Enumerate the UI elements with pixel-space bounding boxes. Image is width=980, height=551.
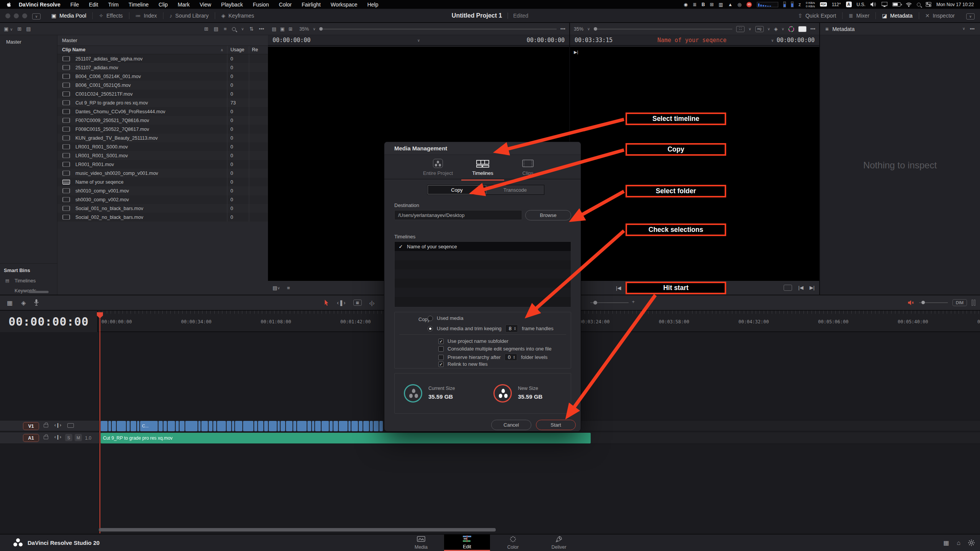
timeline-view-options-icon[interactable]: ▦ bbox=[7, 299, 13, 306]
clip-list-row[interactable]: F007C0009_250521_7Q8616.mov0 bbox=[57, 116, 268, 125]
a1-gain-value[interactable]: 1.0 bbox=[85, 435, 91, 441]
audio-mute-icon[interactable] bbox=[908, 300, 915, 305]
match-frame-icon[interactable]: |◀ bbox=[798, 285, 803, 291]
resolution-indicator-icon[interactable] bbox=[784, 285, 792, 291]
filmstrip-view-icon[interactable]: ▤ bbox=[214, 26, 218, 32]
clip-list-row[interactable]: F008C0015_250522_7Q8617.mov0 bbox=[57, 125, 268, 134]
window-status-icon[interactable]: ⊞ bbox=[710, 2, 714, 7]
clapper-dropdown-icon[interactable]: ∨ bbox=[277, 286, 280, 290]
toolbar-button-quick-export[interactable]: ⇧Quick Export bbox=[792, 9, 842, 22]
selection-mode-icon[interactable] bbox=[324, 299, 329, 306]
folder-levels-stepper[interactable]: 0▲▼ bbox=[505, 354, 517, 361]
menubar-item-color[interactable]: Color bbox=[279, 2, 291, 8]
a1-solo-button[interactable]: S bbox=[65, 434, 72, 441]
video-clip-segment[interactable] bbox=[278, 421, 280, 431]
home-icon[interactable]: ⌂ bbox=[957, 540, 960, 546]
clip-list-row[interactable]: B004_C006_05214K_001.mov0 bbox=[57, 72, 268, 81]
checkbox-unchecked[interactable] bbox=[438, 355, 444, 360]
dialog-tab-clips[interactable]: Clips bbox=[505, 158, 551, 176]
clip-list-row[interactable]: Social_002_no_black_bars.mov0 bbox=[57, 213, 268, 222]
menubar-item-edit[interactable]: Edit bbox=[89, 2, 98, 8]
video-clip-segment[interactable] bbox=[108, 421, 111, 431]
timelines-list[interactable]: ✓Name of your seqence bbox=[394, 241, 571, 307]
radio-selected[interactable] bbox=[428, 326, 433, 331]
menubar-item-clip[interactable]: Clip bbox=[158, 2, 168, 8]
video-clip-segment[interactable] bbox=[339, 421, 348, 431]
video-clip-segment[interactable] bbox=[293, 421, 296, 431]
video-clip-segment[interactable] bbox=[254, 421, 257, 431]
video-clip-segment[interactable] bbox=[176, 421, 179, 431]
video-clip-segment[interactable] bbox=[217, 421, 226, 431]
video-clip-segment[interactable] bbox=[286, 421, 292, 431]
toolbar-button-index[interactable]: ≔Index bbox=[129, 9, 163, 22]
clip-list-row[interactable]: Social_001_no_black_bars.mov0 bbox=[57, 204, 268, 213]
clip-list-row[interactable]: LR001_R001_S000.mov0 bbox=[57, 142, 268, 151]
checkbox-unchecked[interactable] bbox=[438, 346, 444, 352]
zoom-dropdown-icon[interactable]: ∨ bbox=[587, 27, 590, 31]
source-zoom-level[interactable]: 35% bbox=[299, 26, 309, 32]
add-bin-icon[interactable]: ⊞ bbox=[17, 26, 21, 32]
toolbar-button-media-pool[interactable]: ▣Media Pool bbox=[45, 9, 92, 22]
dim-button[interactable]: DIM bbox=[952, 299, 967, 306]
clip-list-row[interactable]: Name of your seqence0 bbox=[57, 178, 268, 186]
dialog-tab-timelines[interactable]: Timelines bbox=[460, 158, 506, 176]
video-clip-segment[interactable] bbox=[158, 421, 163, 431]
fit-view-icon[interactable]: ⛶ bbox=[736, 26, 745, 32]
radio-row-1[interactable]: Used media bbox=[428, 315, 463, 321]
clip-list-row[interactable]: 251107_adidas.mov0 bbox=[57, 63, 268, 72]
project-manager-icon[interactable]: ▦ bbox=[943, 539, 949, 546]
menubar-item-timeline[interactable]: Timeline bbox=[129, 2, 149, 8]
clip-list-row[interactable]: 251107_adidas_title_alpha.mov0 bbox=[57, 54, 268, 63]
apple-menu-icon[interactable] bbox=[6, 2, 12, 7]
thumbnail-view-icon[interactable]: ⊞ bbox=[204, 26, 208, 32]
timeline-zoom-slider[interactable]: + bbox=[590, 302, 629, 303]
monitor-volume-slider[interactable] bbox=[919, 302, 948, 303]
toolbar-button-sound-library[interactable]: ♪Sound Library bbox=[163, 9, 215, 22]
browse-button[interactable]: Browse bbox=[525, 210, 571, 220]
control-center-icon[interactable] bbox=[926, 2, 931, 7]
clapper-icon[interactable]: ▤ bbox=[273, 285, 277, 291]
clip-list-row[interactable]: LR001_R001.mov0 bbox=[57, 160, 268, 169]
clip-list-row[interactable]: sh0010_comp_v001.mov0 bbox=[57, 186, 268, 195]
zoom-dropdown-icon[interactable]: ∨ bbox=[313, 27, 315, 31]
clip-list-row[interactable]: C001C024_250521TF.mov0 bbox=[57, 90, 268, 98]
menubar-item-workspace[interactable]: Workspace bbox=[331, 2, 358, 8]
timeline-video-area[interactable]: ▶| bbox=[570, 47, 819, 281]
video-clip-segment[interactable] bbox=[227, 421, 231, 431]
timeline-viewer-more-icon[interactable]: ••• bbox=[810, 26, 815, 32]
search-icon[interactable] bbox=[917, 3, 921, 7]
v1-track-header[interactable]: V1 ‹❙› bbox=[0, 421, 100, 431]
video-clip-segment[interactable] bbox=[127, 421, 130, 431]
audio-meters-icon[interactable] bbox=[972, 300, 975, 306]
dialog-timeline-row[interactable]: ✓Name of your seqence bbox=[395, 242, 571, 251]
media-pool-more-icon[interactable]: ••• bbox=[259, 26, 264, 32]
video-clip-segment[interactable] bbox=[264, 421, 268, 431]
video-clip-segment[interactable] bbox=[112, 421, 116, 431]
ssd-gauge-icon[interactable] bbox=[791, 2, 794, 7]
column-usage[interactable]: Usage bbox=[230, 47, 244, 52]
stack-status-icon[interactable]: ≣ bbox=[693, 2, 697, 7]
toolbar-button-metadata[interactable]: ◪Metadata bbox=[876, 9, 919, 22]
media-pool-hscrollbar[interactable] bbox=[29, 291, 49, 293]
menubar-item-fusion[interactable]: Fusion bbox=[253, 2, 269, 8]
dialog-tab-entire-project[interactable]: Entire Project bbox=[415, 158, 461, 176]
fit-dropdown-icon[interactable]: ∨ bbox=[748, 27, 751, 31]
video-clip-segment[interactable] bbox=[351, 421, 358, 431]
video-clip-segment[interactable] bbox=[131, 421, 136, 431]
menu-clock[interactable]: Mon Nov 17 10:22 bbox=[936, 2, 974, 7]
import-media-icon[interactable]: ▤ bbox=[26, 26, 31, 32]
timeline-zoom-level[interactable]: 35% bbox=[574, 26, 583, 32]
search-options-icon[interactable]: ∨ bbox=[241, 27, 244, 31]
metadata-preset-dropdown-icon[interactable]: ∨ bbox=[962, 26, 965, 32]
stepper-arrows-icon[interactable]: ▲▼ bbox=[513, 355, 515, 359]
hq-dropdown-icon[interactable]: ∨ bbox=[768, 27, 770, 31]
source-jog-slider[interactable] bbox=[319, 29, 556, 29]
radio-unselected[interactable] bbox=[428, 316, 433, 321]
white-frame-icon[interactable] bbox=[798, 26, 807, 32]
video-clip-segment[interactable] bbox=[235, 421, 242, 431]
stacked-timelines-icon[interactable]: ◈ bbox=[21, 299, 26, 306]
menubar-item-playback[interactable]: Playback bbox=[221, 2, 243, 8]
checkbox-row-1[interactable]: ✓Use project name subfolder bbox=[438, 338, 508, 344]
clip-list-row[interactable]: Dantes_Chomu_CCv06_ProRess444.mov0 bbox=[57, 107, 268, 116]
go-to-start-button[interactable]: |◀ bbox=[616, 285, 621, 291]
